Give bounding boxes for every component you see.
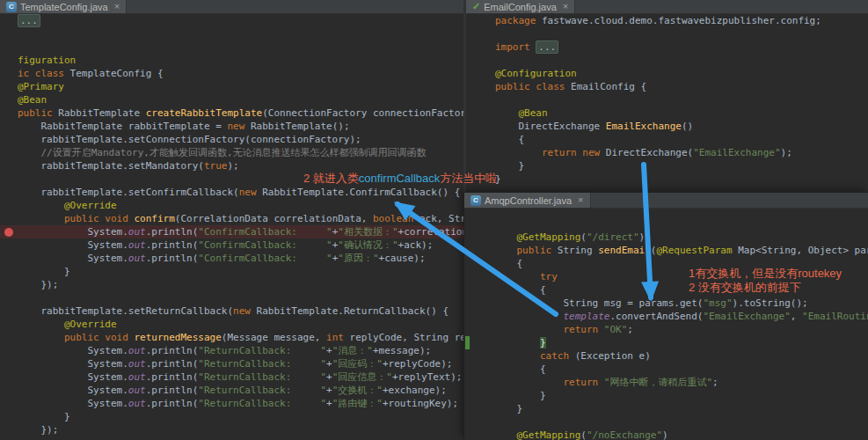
float-tab-bar: C AmqpController.java × (464, 193, 868, 209)
code-line: rabbitTemplate.setMandatory(true); (18, 159, 466, 172)
code-line: import ... (495, 40, 868, 54)
code-line: { (493, 363, 868, 376)
code-line (18, 40, 466, 54)
class-file-icon: C (470, 195, 481, 206)
code-line: @Bean (495, 106, 868, 120)
code-line: { (493, 257, 868, 270)
code-line: System.out.println("ConfirmCallback: "+"… (0, 225, 466, 238)
code-line: //设置开启Mandatory,才能触发回调函数,无论消息推送结果怎么样都强制调… (18, 146, 466, 159)
code-line: public void returnedMessage(Message mess… (18, 331, 466, 344)
code-line: } (18, 265, 466, 278)
code-line: ic class TemplateConfig { (18, 67, 466, 80)
code-line: RabbitTemplate rabbitTemplate = new Rabb… (18, 120, 466, 133)
code-line (18, 291, 466, 304)
code-line: } (493, 336, 868, 349)
code-line: } (495, 172, 868, 186)
code-line: catch (Exception e) (493, 349, 868, 363)
tab-amqpcontroller[interactable]: C AmqpController.java × (464, 193, 591, 208)
code-line: @Override (18, 199, 466, 212)
code-line: System.out.println("ReturnCallback: "+"路… (18, 397, 466, 410)
code-line: rabbitTemplate.setConfirmCallback(new Ra… (18, 186, 466, 199)
code-line (18, 172, 466, 186)
ide-window: C TemplateConfig.java × ... figurationic… (0, 0, 868, 440)
code-line (495, 27, 868, 40)
code-line: @Primary (18, 80, 466, 93)
code-line: public RabbitTemplate createRabbitTempla… (18, 106, 466, 120)
code-line: System.out.println("ReturnCallback: "+"消… (18, 344, 466, 357)
amqp-controller-panel: C AmqpController.java × @GetMapping("/di… (463, 192, 868, 440)
code-line: return "OK"; (493, 323, 868, 336)
code-line: } (493, 402, 868, 415)
code-line: @GetMapping("/direct") (493, 231, 868, 244)
code-line (495, 93, 868, 106)
code-line: System.out.println("ConfirmCallback: "+"… (18, 252, 466, 265)
code-line: DirectExchange EmailExchange() (495, 120, 868, 133)
code-line: rabbitTemplate.setReturnCallback(new Rab… (18, 304, 466, 318)
code-line: ... (18, 14, 466, 27)
code-line (493, 415, 868, 429)
class-file-icon: C (6, 2, 17, 12)
tab-emailconfig[interactable]: ✓ EmailConfig.java × (466, 0, 575, 13)
code-line: System.out.println("ReturnCallback: "+"回… (18, 370, 466, 384)
code-line: @Override (18, 318, 466, 331)
tab-label: AmqpController.java (485, 195, 572, 206)
code-line: System.out.println("ReturnCallback: "+"回… (18, 357, 466, 370)
code-line: package fastwave.cloud.demo.fastwavebizp… (495, 14, 868, 27)
code-line: return new DirectExchange("EmailExchange… (495, 146, 868, 159)
vcs-change-marker (465, 336, 470, 349)
code-line: @Configuration (495, 67, 868, 80)
code-line: public String sendEmail(@RequestParam Ma… (493, 244, 868, 257)
code-line: String msg = params.get("msg").toString(… (493, 297, 868, 310)
code-line: } (18, 410, 466, 423)
template-config-editor[interactable]: ... figurationic class TemplateConfig {@… (0, 14, 466, 440)
code-line: }); (18, 278, 466, 291)
tab-templateconfig[interactable]: C TemplateConfig.java × (0, 0, 127, 13)
code-line (18, 27, 466, 40)
check-icon: ✓ (472, 1, 480, 12)
code-line: figuration (18, 54, 466, 67)
code-line: public class EmailConfig { (495, 80, 868, 93)
tab-label: TemplateConfig.java (20, 2, 108, 12)
code-line: { (493, 283, 868, 297)
tab-label: EmailConfig.java (484, 2, 557, 12)
code-line: rabbitTemplate.setConnectionFactory(conn… (18, 133, 466, 146)
code-line: } (493, 389, 868, 402)
code-line: public void confirm(CorrelationData corr… (18, 212, 466, 225)
code-line: } (495, 159, 868, 172)
amqp-controller-editor[interactable]: @GetMapping("/direct") public String sen… (464, 209, 868, 440)
close-icon[interactable]: × (578, 195, 583, 205)
code-line (495, 54, 868, 67)
code-line: { (495, 133, 868, 146)
left-editor-pane: C TemplateConfig.java × ... figurationic… (0, 0, 466, 440)
code-line: System.out.println("ConfirmCallback: "+"… (18, 238, 466, 252)
left-tab-bar: C TemplateConfig.java × (0, 0, 466, 14)
code-line: return "网络中断，请稍后重试"; (493, 376, 868, 389)
code-line (493, 217, 868, 231)
code-line: System.out.println("ReturnCallback: "+"交… (18, 384, 466, 397)
code-line: @GetMapping("/noExchange") (493, 429, 868, 440)
close-icon[interactable]: × (563, 2, 568, 11)
right-tab-bar: ✓ EmailConfig.java × (466, 0, 868, 14)
breakpoint-dot[interactable] (4, 228, 13, 237)
code-line: }); (18, 423, 466, 436)
code-line: @Bean (18, 93, 466, 106)
close-icon[interactable]: × (114, 2, 120, 11)
code-line: template.convertAndSend("EmailExchange",… (493, 310, 868, 323)
code-line: try (493, 270, 868, 283)
